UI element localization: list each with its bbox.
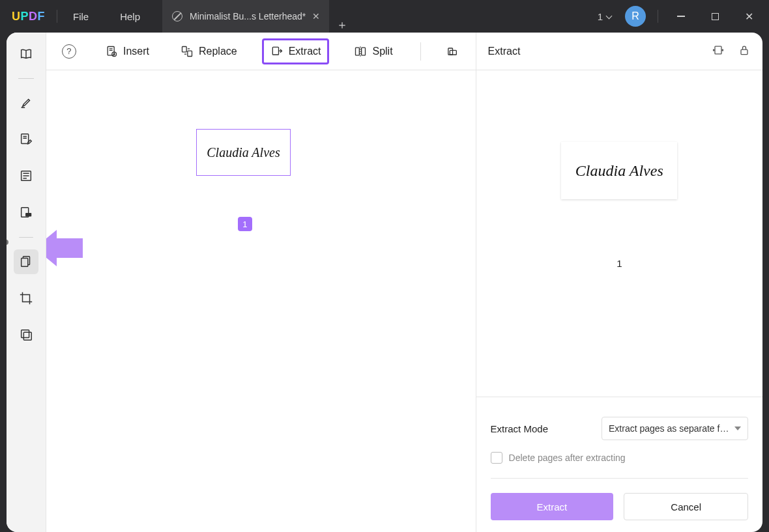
svg-rect-17 xyxy=(715,46,721,54)
extract-icon xyxy=(270,45,283,58)
stack-icon xyxy=(19,328,33,342)
svg-rect-3 xyxy=(25,213,31,217)
fit-width-icon[interactable] xyxy=(712,44,725,59)
cancel-button[interactable]: Cancel xyxy=(624,493,748,520)
user-avatar[interactable]: R xyxy=(625,6,646,27)
dropdown-caret-icon xyxy=(734,427,741,430)
svg-rect-10 xyxy=(182,46,186,51)
tool-form[interactable] xyxy=(14,163,38,188)
window-minimize[interactable] xyxy=(670,6,692,27)
side-panel-header: Extract xyxy=(476,33,762,70)
split-label: Split xyxy=(372,46,392,57)
delete-after-label: Delete pages after extracting xyxy=(509,453,626,463)
side-panel-footer: Extract Mode Extract pages as separate f… xyxy=(476,397,762,532)
extract-label: Extract xyxy=(289,46,321,57)
page-content-text: Claudia Alves xyxy=(207,145,280,160)
left-toolstrip xyxy=(7,33,46,532)
book-open-icon xyxy=(19,47,33,61)
rotate-icon xyxy=(444,45,457,58)
replace-button[interactable]: Replace xyxy=(174,38,244,64)
titlebar: UPDF File Help Minimalist Bu...s Letterh… xyxy=(0,0,769,33)
new-tab-button[interactable]: ＋ xyxy=(329,17,355,33)
svg-rect-15 xyxy=(448,48,452,55)
separator xyxy=(19,236,33,238)
svg-rect-0 xyxy=(22,134,29,144)
tool-edit-text[interactable] xyxy=(14,127,38,152)
tool-watermark[interactable] xyxy=(14,322,38,347)
thumbnail-canvas[interactable]: Claudia Alves 1 xyxy=(46,70,476,532)
page-number-badge: 1 xyxy=(238,217,252,231)
extract-side-panel: Extract Claudia Alves 1 Ext xyxy=(476,33,762,532)
pages-icon xyxy=(19,255,33,269)
svg-rect-7 xyxy=(23,332,31,340)
no-preview-icon xyxy=(171,10,183,22)
maximize-icon xyxy=(712,13,719,20)
insert-button[interactable]: Insert xyxy=(98,38,156,64)
tool-redact[interactable] xyxy=(14,200,38,225)
tab-title: Minimalist Bu...s Letterhead* xyxy=(190,11,306,21)
side-page-number: 1 xyxy=(617,258,622,269)
extract-confirm-button[interactable]: Extract xyxy=(491,493,614,520)
lock-icon[interactable] xyxy=(738,44,751,59)
extract-mode-select[interactable]: Extract pages as separate fil... xyxy=(602,417,748,440)
svg-rect-6 xyxy=(22,330,29,338)
menu-file[interactable]: File xyxy=(57,0,104,33)
app-logo: UPDF xyxy=(0,0,57,33)
page-pencil-icon xyxy=(19,132,33,147)
svg-rect-11 xyxy=(188,51,192,56)
separator xyxy=(420,42,421,61)
document-tab[interactable]: Minimalist Bu...s Letterhead* ✕ xyxy=(162,0,329,33)
insert-icon xyxy=(105,45,118,58)
workspace: ? Insert Replace Extract Split xyxy=(0,33,769,532)
main-panel: ? Insert Replace Extract Split xyxy=(7,33,762,532)
replace-icon xyxy=(181,45,194,58)
redact-icon xyxy=(19,205,33,219)
separator xyxy=(658,10,658,23)
separator xyxy=(18,78,34,79)
arrow-annotation-icon xyxy=(46,227,96,270)
help-icon[interactable]: ? xyxy=(62,44,76,59)
extract-mode-label: Extract Mode xyxy=(491,423,548,434)
center-column: ? Insert Replace Extract Split xyxy=(46,33,476,532)
window-close[interactable]: ✕ xyxy=(738,6,760,27)
svg-rect-18 xyxy=(741,49,747,55)
extract-button[interactable]: Extract xyxy=(262,38,330,64)
side-page-thumbnail[interactable]: Claudia Alves xyxy=(561,142,677,199)
tool-highlight[interactable] xyxy=(14,91,38,115)
svg-rect-14 xyxy=(362,48,366,55)
crop-icon xyxy=(19,291,33,305)
tool-reader[interactable] xyxy=(14,42,38,66)
highlighter-icon xyxy=(19,96,33,110)
tool-crop[interactable] xyxy=(14,286,38,311)
insert-label: Insert xyxy=(123,46,149,57)
open-docs-counter[interactable]: 1 xyxy=(598,11,613,22)
form-icon xyxy=(19,169,33,183)
delete-after-checkbox[interactable] xyxy=(491,452,502,464)
extract-mode-value: Extract pages as separate fil... xyxy=(609,423,731,434)
separator xyxy=(491,478,748,479)
svg-rect-5 xyxy=(22,259,28,267)
svg-rect-13 xyxy=(356,48,360,55)
window-maximize[interactable] xyxy=(704,6,726,27)
close-icon: ✕ xyxy=(745,10,753,23)
svg-rect-16 xyxy=(450,50,456,55)
menu-help[interactable]: Help xyxy=(104,0,156,33)
svg-rect-12 xyxy=(272,47,278,55)
page-tools-toolbar: ? Insert Replace Extract Split xyxy=(46,33,476,70)
page-thumbnail-1[interactable]: Claudia Alves xyxy=(196,129,291,176)
minimize-icon xyxy=(677,16,685,17)
split-icon xyxy=(354,45,367,58)
chevron-down-icon xyxy=(605,12,613,20)
side-panel-body: Claudia Alves 1 xyxy=(476,70,762,397)
tool-organize-pages[interactable] xyxy=(14,249,38,274)
side-panel-title: Extract xyxy=(488,46,521,57)
replace-label: Replace xyxy=(199,46,237,57)
split-button[interactable]: Split xyxy=(347,38,399,64)
side-page-text: Claudia Alves xyxy=(575,162,663,180)
rotate-button[interactable] xyxy=(442,38,460,64)
close-tab-icon[interactable]: ✕ xyxy=(312,11,320,21)
